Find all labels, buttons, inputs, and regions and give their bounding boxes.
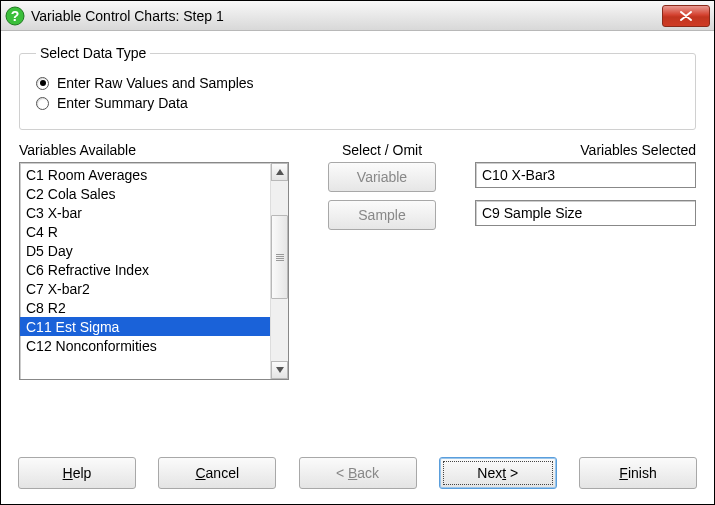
grip-icon <box>276 254 284 261</box>
help-icon: ? <box>5 6 25 26</box>
radio-label: Enter Raw Values and Samples <box>57 75 254 91</box>
list-item[interactable]: C8 R2 <box>20 298 270 317</box>
scroll-down-button[interactable] <box>271 361 288 379</box>
list-item[interactable]: C7 X-bar2 <box>20 279 270 298</box>
window-title: Variable Control Charts: Step 1 <box>31 8 662 24</box>
finish-button[interactable]: Finish <box>579 457 697 489</box>
list-item[interactable]: C6 Refractive Index <box>20 260 270 279</box>
list-item[interactable]: C2 Cola Sales <box>20 184 270 203</box>
list-item[interactable]: C3 X-bar <box>20 203 270 222</box>
radio-option-0[interactable]: Enter Raw Values and Samples <box>36 75 679 91</box>
help-button[interactable]: Help <box>18 457 136 489</box>
close-button[interactable] <box>662 5 710 27</box>
svg-text:?: ? <box>11 8 20 24</box>
list-item[interactable]: C12 Nonconformities <box>20 336 270 355</box>
list-item[interactable]: C4 R <box>20 222 270 241</box>
chevron-down-icon <box>276 367 284 373</box>
list-item[interactable]: C11 Est Sigma <box>20 317 270 336</box>
list-item[interactable]: C1 Room Averages <box>20 165 270 184</box>
select-omit-label: Select / Omit <box>307 142 457 158</box>
scroll-thumb[interactable] <box>271 215 288 299</box>
radio-icon <box>36 77 49 90</box>
group-legend: Select Data Type <box>36 45 150 61</box>
title-bar: ? Variable Control Charts: Step 1 <box>1 1 714 31</box>
radio-icon <box>36 97 49 110</box>
radio-label: Enter Summary Data <box>57 95 188 111</box>
scroll-up-button[interactable] <box>271 163 288 181</box>
next-button[interactable]: Next > <box>439 457 557 489</box>
available-label: Variables Available <box>19 142 289 158</box>
variable-button[interactable]: Variable <box>328 162 436 192</box>
scrollbar[interactable] <box>270 163 288 379</box>
available-listbox[interactable]: C1 Room AveragesC2 Cola SalesC3 X-barC4 … <box>19 162 289 380</box>
back-button[interactable]: < Back <box>299 457 417 489</box>
footer-buttons: Help Cancel < Back Next > Finish <box>18 457 697 489</box>
selected-sample-field[interactable] <box>475 200 696 226</box>
sample-button[interactable]: Sample <box>328 200 436 230</box>
selected-variable-field[interactable] <box>475 162 696 188</box>
chevron-up-icon <box>276 169 284 175</box>
radio-option-1[interactable]: Enter Summary Data <box>36 95 679 111</box>
selected-label: Variables Selected <box>475 142 696 158</box>
list-item[interactable]: D5 Day <box>20 241 270 260</box>
close-icon <box>680 11 692 21</box>
cancel-button[interactable]: Cancel <box>158 457 276 489</box>
data-type-group: Select Data Type Enter Raw Values and Sa… <box>19 45 696 130</box>
